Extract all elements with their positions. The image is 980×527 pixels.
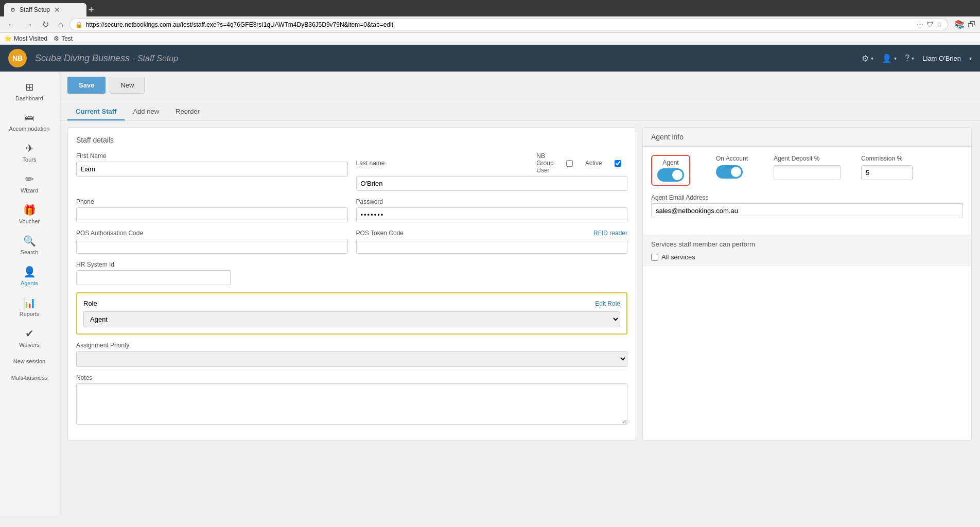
bookmark-icon: 📚: [954, 20, 965, 29]
sidebar-label-waivers: Waivers: [19, 342, 39, 348]
sidebar-item-voucher[interactable]: 🎁 Voucher: [0, 199, 59, 230]
edit-role-link[interactable]: Edit Role: [595, 300, 620, 307]
phone-input[interactable]: [76, 207, 348, 222]
agent-info-panel: Agent info Agent: [642, 127, 972, 441]
all-services-label: All services: [661, 253, 695, 261]
sidebar-item-reports[interactable]: 📊 Reports: [0, 291, 59, 322]
sidebar-label-wizard: Wizard: [21, 187, 38, 194]
sidebar-item-waivers[interactable]: ✔ Waivers: [0, 322, 59, 353]
assignment-priority-select[interactable]: [76, 351, 627, 367]
agent-deposit-input[interactable]: [774, 165, 841, 180]
phone-group: Phone: [76, 198, 348, 222]
name-row: First Name Last name NB Group User Activ…: [76, 152, 627, 191]
nb-group-checkbox[interactable]: [560, 160, 579, 167]
pos-token-input[interactable]: [356, 239, 628, 254]
agent-info-title: Agent info: [651, 133, 684, 141]
tab-add-new[interactable]: Add new: [125, 103, 167, 120]
url-input[interactable]: [86, 21, 914, 28]
password-input[interactable]: [356, 207, 628, 222]
shield-icon: 🛡: [926, 21, 933, 28]
agent-toggles-row: Agent On Account: [651, 155, 963, 186]
sidebar-item-tours[interactable]: ✈ Tours: [0, 137, 59, 168]
sidebar-item-accommodation[interactable]: 🛏 Accommodation: [0, 107, 59, 137]
reload-button[interactable]: ↻: [39, 19, 52, 30]
tab-close-button[interactable]: ✕: [54, 6, 60, 14]
role-section: Role Edit Role Agent: [76, 292, 627, 335]
agent-toggle-label: Agent: [662, 159, 678, 166]
star-icon[interactable]: ☆: [936, 21, 942, 28]
window-icon: 🗗: [968, 20, 976, 29]
tab-current-staff[interactable]: Current Staff: [67, 103, 125, 120]
role-label: Role: [83, 300, 97, 307]
save-button[interactable]: Save: [67, 77, 106, 94]
bookmark-label: Test: [61, 35, 73, 42]
phone-password-row: Phone Password: [76, 198, 627, 222]
notes-textarea[interactable]: [76, 383, 627, 425]
all-services-checkbox[interactable]: [651, 254, 658, 261]
user-icon[interactable]: 👤 ▾: [882, 54, 897, 63]
role-select[interactable]: Agent: [83, 311, 620, 327]
agent-email-input[interactable]: [651, 203, 963, 218]
hr-system-group: HR System Id: [76, 261, 231, 285]
active-checkbox[interactable]: [608, 160, 627, 167]
menu-dots[interactable]: ⋯: [917, 21, 923, 28]
commission-label: Commission %: [861, 155, 913, 162]
app-header: NB Scuba Diving Business - Staff Setup ⚙…: [0, 45, 980, 72]
hr-system-input[interactable]: [76, 270, 231, 285]
forward-button[interactable]: →: [22, 19, 36, 30]
sidebar-item-multi-business[interactable]: Multi-business: [0, 370, 59, 386]
sidebar-item-dashboard[interactable]: ⊞ Dashboard: [0, 76, 59, 107]
bookmark-icon: ⚙: [54, 35, 59, 42]
first-name-input[interactable]: [76, 162, 348, 177]
agent-email-label: Agent Email Address: [651, 194, 963, 201]
first-name-label: First Name: [76, 152, 348, 160]
sidebar-label-agents: Agents: [21, 280, 38, 286]
phone-label: Phone: [76, 198, 348, 205]
voucher-icon: 🎁: [23, 204, 36, 216]
tab-reorder[interactable]: Reorder: [167, 103, 208, 120]
staff-details-title: Staff details: [76, 136, 627, 144]
services-section: Services staff member can perform All se…: [643, 235, 971, 266]
pos-token-group: POS Token Code RFID reader: [356, 230, 628, 254]
bookmark-test[interactable]: ⚙ Test: [54, 35, 73, 42]
settings-icon[interactable]: ⚙ ▾: [862, 54, 873, 63]
bookmark-most-visited[interactable]: ⭐ Most Visited: [4, 35, 47, 42]
agent-toggle[interactable]: [657, 168, 684, 182]
hr-row: HR System Id: [76, 261, 627, 285]
sidebar-label-voucher: Voucher: [19, 218, 40, 224]
rfid-reader-link[interactable]: RFID reader: [593, 230, 627, 237]
user-dropdown-arrow[interactable]: ▾: [969, 56, 972, 61]
help-icon[interactable]: ? ▾: [905, 54, 914, 63]
new-tab-button[interactable]: +: [89, 5, 94, 15]
sidebar-item-new-session[interactable]: New session: [0, 353, 59, 370]
user-name[interactable]: Liam O'Brien: [922, 55, 961, 62]
role-header: Role Edit Role: [83, 300, 620, 307]
sidebar-label-dashboard: Dashboard: [15, 95, 43, 101]
on-account-toggle[interactable]: [716, 165, 743, 179]
sidebar-item-agents[interactable]: 👤 Agents: [0, 260, 59, 291]
main-area: ⊞ Dashboard 🛏 Accommodation ✈ Tours ✏ Wi…: [0, 72, 980, 515]
agent-email-group: Agent Email Address: [651, 194, 963, 218]
app: NB Scuba Diving Business - Staff Setup ⚙…: [0, 45, 980, 515]
sidebar-item-search[interactable]: 🔍 Search: [0, 230, 59, 260]
address-bar[interactable]: 🔒 ⋯ 🛡 ☆: [69, 19, 948, 30]
back-button[interactable]: ←: [4, 19, 19, 30]
sidebar-item-wizard[interactable]: ✏ Wizard: [0, 168, 59, 199]
assignment-priority-group: Assignment Priority: [76, 342, 627, 367]
new-button[interactable]: New: [110, 77, 145, 94]
services-title: Services staff member can perform: [651, 240, 963, 248]
sidebar-label-tours: Tours: [23, 156, 37, 163]
commission-input[interactable]: [861, 165, 913, 180]
on-account-toggle-slider: [716, 165, 743, 179]
pos-auth-input[interactable]: [76, 239, 348, 254]
agent-deposit-group: Agent Deposit %: [774, 155, 841, 180]
first-name-group: First Name: [76, 152, 348, 191]
browser-tab[interactable]: ⚙ Staff Setup ✕: [4, 3, 86, 16]
commission-group: Commission %: [861, 155, 913, 180]
sidebar-label-search: Search: [21, 249, 39, 255]
bookmark-icon: ⭐: [4, 35, 12, 42]
home-button[interactable]: ⌂: [55, 19, 66, 30]
last-name-input[interactable]: [356, 176, 628, 191]
staff-details-panel: Staff details First Name Last name NB Gr…: [67, 127, 636, 441]
browser-chrome: ⚙ Staff Setup ✕ +: [0, 0, 980, 16]
